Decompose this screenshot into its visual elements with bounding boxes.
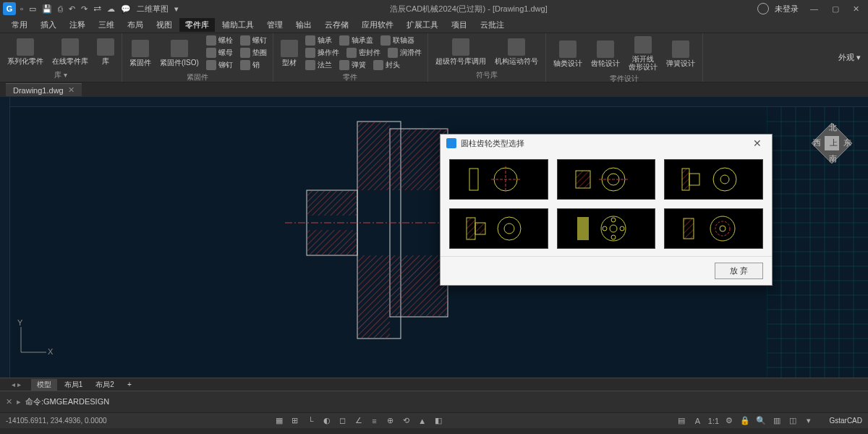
view-cube[interactable]: 上 北 南 东 西 bbox=[810, 122, 854, 165]
menu-tab-12[interactable]: 扩展工具 bbox=[401, 18, 444, 32]
menu-tab-4[interactable]: 布局 bbox=[122, 18, 149, 32]
ribbon-small-button[interactable]: 螺母 bbox=[205, 47, 234, 59]
cmdline-expand-icon[interactable]: ▸ bbox=[17, 397, 21, 407]
workspace-icon[interactable]: ⚙ bbox=[723, 415, 735, 427]
maximize-icon[interactable]: ▢ bbox=[826, 4, 845, 13]
layer-dropdown[interactable]: 二维草图 bbox=[135, 4, 170, 14]
menu-tab-9[interactable]: 输出 bbox=[290, 18, 318, 32]
cmdline-close-icon[interactable]: ✕ bbox=[6, 397, 12, 407]
menu-tab-7[interactable]: 辅助工具 bbox=[216, 18, 260, 32]
ribbon-button[interactable]: 超级符号库调用 bbox=[433, 37, 489, 67]
otrack-toggle-icon[interactable]: ∠ bbox=[353, 415, 365, 427]
grid-toggle-icon[interactable]: ▦ bbox=[273, 415, 285, 427]
osnap-toggle-icon[interactable]: ◻ bbox=[337, 415, 349, 427]
menu-tab-3[interactable]: 三维 bbox=[93, 18, 120, 32]
redo-icon[interactable]: ↷ bbox=[80, 4, 89, 14]
menu-tab-0[interactable]: 常用 bbox=[6, 18, 33, 32]
hardware-icon[interactable]: ▥ bbox=[771, 415, 783, 427]
minimize-icon[interactable]: — bbox=[804, 4, 824, 13]
ribbon-small-button[interactable]: 弹簧 bbox=[338, 59, 367, 71]
tab-close-icon[interactable]: ✕ bbox=[68, 85, 75, 95]
dynamic-input-icon[interactable]: ⊕ bbox=[385, 415, 396, 427]
layout-tab-2[interactable]: 布局2 bbox=[90, 379, 120, 391]
ribbon-button[interactable]: 齿轮设计 bbox=[588, 39, 623, 69]
ribbon-button[interactable]: 在线零件库 bbox=[49, 37, 91, 67]
magnify-icon[interactable]: 🔍 bbox=[755, 415, 767, 427]
ribbon-small-button[interactable]: 垫圈 bbox=[239, 47, 268, 59]
lock-icon[interactable]: 🔒 bbox=[739, 415, 751, 427]
ribbon-small-button[interactable]: 轴承 bbox=[304, 35, 333, 46]
appearance-menu[interactable]: 外观 ▾ bbox=[831, 33, 868, 82]
customize-icon[interactable]: ▾ bbox=[803, 415, 814, 427]
panel-label: 零件 bbox=[278, 71, 423, 82]
ribbon-button[interactable]: 库 bbox=[94, 37, 117, 67]
3d-icon[interactable]: ▲ bbox=[417, 415, 428, 427]
ribbon-button[interactable]: 机构运动符号 bbox=[492, 37, 541, 67]
menu-tab-14[interactable]: 云批注 bbox=[475, 18, 510, 32]
ribbon-small-button[interactable]: 螺钉 bbox=[239, 35, 268, 46]
document-tab[interactable]: Drawing1.dwg ✕ bbox=[6, 83, 82, 96]
ribbon-button[interactable]: 紧固件(ISO) bbox=[157, 38, 202, 68]
menu-tab-5[interactable]: 视图 bbox=[150, 18, 178, 32]
undo-icon[interactable]: ↶ bbox=[67, 4, 77, 14]
gear-option-3[interactable] bbox=[664, 159, 763, 200]
menu-tab-2[interactable]: 注释 bbox=[64, 18, 91, 32]
layout-tab-0[interactable]: 模型 bbox=[31, 379, 57, 391]
ribbon-button[interactable]: 型材 bbox=[278, 38, 301, 68]
gear-option-6[interactable] bbox=[664, 208, 763, 249]
ribbon-small-button[interactable]: 法兰 bbox=[304, 59, 333, 71]
save-icon[interactable]: 💾 bbox=[41, 4, 54, 14]
dialog-close-icon[interactable]: ✕ bbox=[749, 137, 766, 149]
svg-rect-70 bbox=[684, 218, 694, 239]
layout-nav-icon[interactable]: ◂ ▸ bbox=[6, 380, 27, 389]
ribbon-small-button[interactable]: 润滑件 bbox=[386, 47, 423, 59]
menu-tab-11[interactable]: 应用软件 bbox=[356, 18, 399, 32]
close-icon[interactable]: ✕ bbox=[847, 4, 865, 13]
ribbon-small-button[interactable]: 密封件 bbox=[345, 47, 382, 59]
user-avatar-icon[interactable] bbox=[757, 3, 769, 14]
ribbon-small-button[interactable]: 封头 bbox=[372, 59, 401, 71]
ortho-toggle-icon[interactable]: └ bbox=[305, 415, 317, 427]
ribbon-small-button[interactable]: 联轴器 bbox=[379, 35, 416, 46]
ribbon-button[interactable]: 弹簧设计 bbox=[663, 39, 698, 69]
ribbon-small-button[interactable]: 轴承盖 bbox=[338, 35, 375, 46]
scale-icon[interactable]: 1:1 bbox=[707, 415, 719, 427]
gear-option-4[interactable] bbox=[449, 208, 548, 249]
menu-tab-1[interactable]: 插入 bbox=[35, 18, 62, 32]
ribbon-small-button[interactable]: 螺栓 bbox=[205, 35, 234, 46]
open-icon[interactable]: ▭ bbox=[27, 4, 38, 14]
gear-option-2[interactable] bbox=[557, 159, 656, 200]
print-icon[interactable]: ⎙ bbox=[56, 4, 64, 13]
share-icon[interactable]: ⮂ bbox=[92, 4, 103, 13]
command-line[interactable]: ✕ ▸ 命令:GMGEARDESIGN bbox=[0, 391, 868, 412]
ribbon-button[interactable]: 系列化零件 bbox=[4, 37, 46, 67]
clean-icon[interactable]: ◫ bbox=[787, 415, 799, 427]
cloud-icon[interactable]: ☁ bbox=[106, 4, 116, 14]
snap-toggle-icon[interactable]: ⊞ bbox=[289, 415, 301, 427]
lineweight-icon[interactable]: ≡ bbox=[369, 415, 380, 427]
model-icon[interactable]: ▤ bbox=[676, 415, 687, 427]
add-layout-icon[interactable]: + bbox=[122, 380, 137, 389]
menu-tab-10[interactable]: 云存储 bbox=[319, 18, 354, 32]
abandon-button[interactable]: 放 弃 bbox=[715, 263, 763, 279]
menu-tab-8[interactable]: 管理 bbox=[261, 18, 289, 32]
ribbon-small-button[interactable]: 销 bbox=[239, 59, 261, 71]
cycle-icon[interactable]: ⟲ bbox=[401, 415, 412, 427]
polar-toggle-icon[interactable]: ◐ bbox=[321, 415, 333, 427]
gear-option-1[interactable] bbox=[449, 159, 548, 200]
ribbon-small-button[interactable]: 铆钉 bbox=[205, 59, 234, 71]
qat-dropdown-icon[interactable]: ▾ bbox=[173, 4, 180, 14]
ribbon-button[interactable]: 轴类设计 bbox=[550, 39, 585, 69]
ribbon-small-button[interactable]: 操作件 bbox=[304, 47, 341, 59]
annotation-icon[interactable]: A bbox=[692, 415, 703, 427]
menu-tab-13[interactable]: 项目 bbox=[446, 18, 473, 32]
comment-icon[interactable]: 💬 bbox=[119, 4, 132, 14]
ribbon-button[interactable]: 紧固件 bbox=[127, 38, 154, 68]
new-icon[interactable]: ▫ bbox=[19, 4, 25, 13]
iso-icon[interactable]: ◧ bbox=[433, 415, 444, 427]
gear-option-5[interactable] bbox=[557, 208, 656, 249]
layout-tab-1[interactable]: 布局1 bbox=[59, 379, 89, 391]
ribbon-button[interactable]: 渐开线齿形设计 bbox=[626, 35, 660, 72]
login-status[interactable]: 未登录 bbox=[775, 4, 799, 14]
menu-tab-6[interactable]: 零件库 bbox=[179, 18, 215, 32]
